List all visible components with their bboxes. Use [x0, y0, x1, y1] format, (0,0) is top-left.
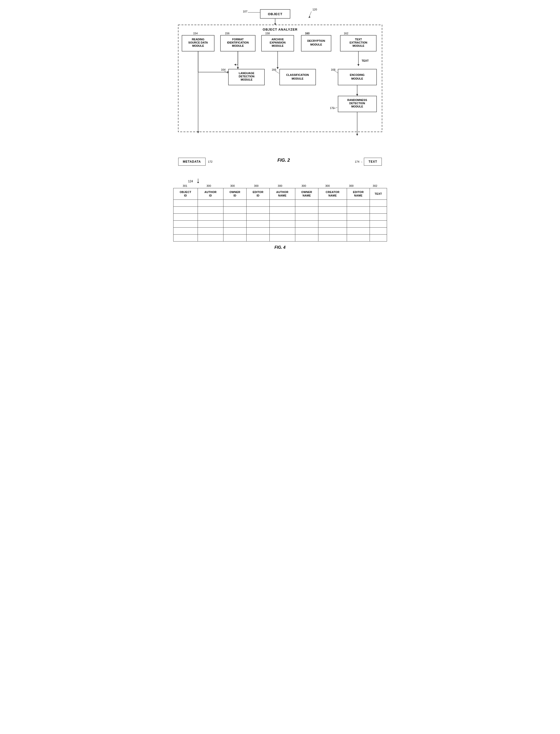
label-170: 170	[330, 106, 334, 109]
svg-text:IDENTIFICATION: IDENTIFICATION	[227, 41, 249, 44]
table-cell	[223, 220, 247, 227]
svg-text:MODULE: MODULE	[310, 43, 322, 46]
object-label: OBJECT	[268, 12, 282, 16]
svg-line-2	[309, 11, 311, 16]
table-cell	[295, 199, 318, 206]
table-cell	[173, 206, 198, 213]
table-cell	[370, 234, 387, 241]
fig4-caption: FIG. 4	[173, 245, 387, 250]
col-header-author-id: AUTHORID	[198, 188, 223, 200]
table-cell	[318, 199, 347, 206]
table-cell	[370, 227, 387, 234]
text-output-box: TEXT	[364, 158, 382, 166]
table-cell	[223, 227, 247, 234]
archive-module: ARCHIVE	[271, 38, 284, 41]
table-cell	[370, 206, 387, 213]
col-header-editor-name: EDITORNAME	[347, 188, 370, 200]
table-cell	[198, 199, 223, 206]
col-header-editor-id: EDITORID	[247, 188, 270, 200]
col-id-300-4: 300	[268, 184, 292, 187]
col-id-300-1: 300	[197, 184, 221, 187]
col-id-300-7: 300	[339, 184, 363, 187]
table-cell	[247, 206, 270, 213]
svg-text:DETECTION: DETECTION	[239, 75, 255, 78]
table-cell	[198, 220, 223, 227]
col-header-text: TEXT	[370, 188, 387, 200]
col-id-301: 301	[173, 184, 197, 187]
svg-text:MODULE: MODULE	[352, 44, 364, 47]
table-cell	[269, 206, 295, 213]
table-cell	[295, 213, 318, 220]
reading-module: READING	[192, 38, 204, 41]
label-172: 172	[208, 160, 213, 163]
col-id-300-5: 300	[292, 184, 316, 187]
svg-text:MODULE: MODULE	[272, 44, 284, 47]
label-164: 164	[221, 68, 225, 71]
table-cell	[347, 234, 370, 241]
table-cell	[223, 234, 247, 241]
table-cell	[247, 220, 270, 227]
col-id-300-2: 300	[221, 184, 245, 187]
outputs-row: METADATA 172 FIG. 2 174 ← TEXT	[173, 158, 387, 166]
svg-text:MODULE: MODULE	[241, 78, 253, 81]
table-cell	[318, 220, 347, 227]
label-154: 154	[193, 32, 198, 35]
table-cell	[173, 199, 198, 206]
svg-marker-52	[356, 134, 358, 136]
table-cell	[347, 213, 370, 220]
table-cell	[318, 206, 347, 213]
svg-marker-54	[197, 182, 199, 183]
table-cell	[370, 213, 387, 220]
label-107: 107	[243, 10, 247, 13]
label-124: 124	[188, 180, 193, 183]
table-cell	[295, 227, 318, 234]
svg-text:EXTRACTION: EXTRACTION	[349, 41, 367, 44]
table-cell	[247, 227, 270, 234]
svg-text:MODULE: MODULE	[292, 77, 303, 80]
svg-text:EXPANSION: EXPANSION	[270, 41, 286, 44]
table-cell	[198, 213, 223, 220]
arrow-124-row: 124	[173, 178, 387, 183]
table-cell	[247, 213, 270, 220]
col-header-owner-name: OWNERNAME	[295, 188, 318, 200]
col-header-creator-name: CREATORNAME	[318, 188, 347, 200]
svg-text:SOURCE DATA: SOURCE DATA	[188, 41, 208, 44]
label-160: 160	[305, 32, 309, 35]
table-cell	[318, 227, 347, 234]
data-table: OBJECTID AUTHORID OWNERID EDITORID AUTHO…	[173, 188, 387, 241]
column-id-labels: 301 300 300 300 300 300 300 300 302	[173, 184, 387, 187]
table-cell	[223, 206, 247, 213]
table-cell	[318, 213, 347, 220]
table-cell	[295, 220, 318, 227]
col-header-owner-id: OWNERID	[223, 188, 247, 200]
encoding-module: ENCODING	[350, 73, 364, 76]
table-cell	[198, 227, 223, 234]
label-174: 174	[355, 160, 359, 163]
svg-marker-50	[197, 131, 199, 133]
table-cell	[269, 199, 295, 206]
table-cell	[347, 206, 370, 213]
object-analyzer-title: OBJECT ANALYZER	[262, 28, 297, 31]
col-header-author-name: AUTHORNAME	[269, 188, 295, 200]
table-cell	[295, 206, 318, 213]
label-120: 120	[312, 8, 317, 11]
label-156: 156	[225, 32, 229, 35]
fig4-section: 124 301 300 300 300 300 300 300 300 302 …	[173, 178, 387, 250]
fig2-diagram: OBJECT 107 120 OBJECT ANALYZER 154 READI…	[173, 5, 387, 159]
table-cell	[295, 234, 318, 241]
svg-text:MODULE: MODULE	[351, 77, 363, 80]
metadata-box: METADATA	[178, 158, 206, 166]
table-cell	[173, 220, 198, 227]
label-166: 166	[272, 68, 276, 71]
table-cell	[347, 220, 370, 227]
table-cell	[223, 213, 247, 220]
classification-module: CLASSIFICATION	[286, 73, 309, 76]
randomness-module: RANDOMNESS	[347, 98, 367, 101]
fig2-section: OBJECT 107 120 OBJECT ANALYZER 154 READI…	[173, 5, 387, 166]
table-cell	[173, 234, 198, 241]
table-cell	[269, 234, 295, 241]
arrow-124-icon	[194, 178, 202, 183]
table-cell	[173, 227, 198, 234]
table-cell	[173, 213, 198, 220]
table-cell	[269, 227, 295, 234]
